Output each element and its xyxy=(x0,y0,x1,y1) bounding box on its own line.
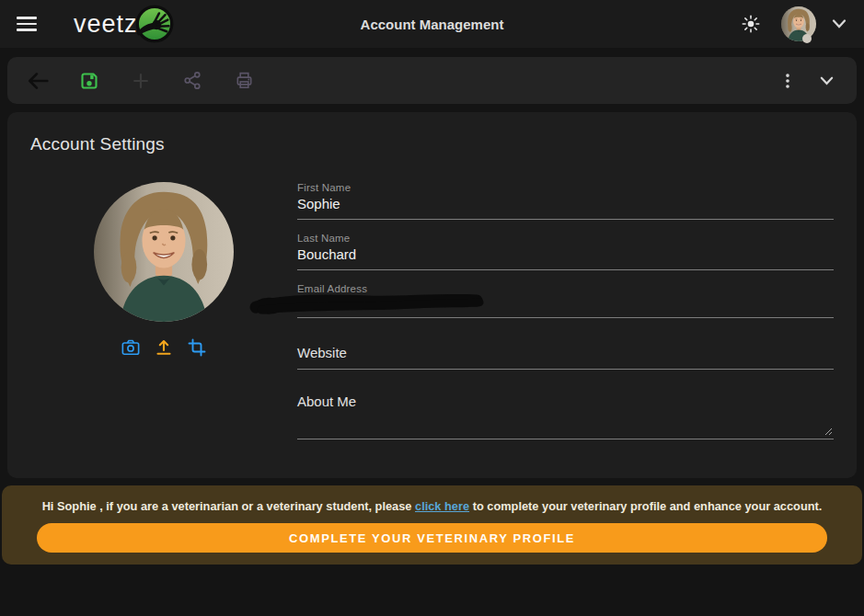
email-label: Email Address xyxy=(297,283,834,294)
profile-photo[interactable] xyxy=(94,182,234,322)
first-name-input[interactable]: Sophie xyxy=(297,196,834,219)
about-me-label[interactable]: About Me xyxy=(297,394,834,409)
textarea-resize-handle[interactable] xyxy=(824,427,833,436)
plus-icon[interactable] xyxy=(129,69,153,93)
last-name-field: Last Name Bouchard xyxy=(297,233,834,270)
website-label[interactable]: Website xyxy=(297,345,834,360)
last-name-input[interactable]: Bouchard xyxy=(297,246,834,269)
card-heading: Account Settings xyxy=(30,134,834,154)
first-name-label: First Name xyxy=(297,182,834,193)
about-me-field: About Me xyxy=(297,394,834,439)
avatar-status-badge xyxy=(802,34,812,43)
user-avatar[interactable] xyxy=(781,6,816,41)
email-input[interactable] xyxy=(297,297,834,317)
share-icon[interactable] xyxy=(180,69,204,93)
banner-message: Hi Sophie , if you are a veterinarian or… xyxy=(18,499,846,513)
collapse-chevron-icon[interactable] xyxy=(814,69,838,93)
banner-text-after: to complete your veterinary profile and … xyxy=(473,499,823,513)
email-field: Email Address xyxy=(297,283,834,318)
website-field: Website xyxy=(297,345,834,370)
app-logo[interactable]: veetz xyxy=(74,4,175,44)
complete-profile-button[interactable]: COMPLETE YOUR VETERINARY PROFILE xyxy=(37,523,827,553)
crop-icon[interactable] xyxy=(188,338,206,357)
veterinary-banner: Hi Sophie , if you are a veterinarian or… xyxy=(2,485,862,565)
camera-icon[interactable] xyxy=(121,338,140,357)
chevron-down-icon[interactable] xyxy=(831,17,847,30)
banner-text-before: Hi Sophie , if you are a veterinarian or… xyxy=(42,499,412,513)
upload-icon[interactable] xyxy=(155,338,173,357)
hamburger-icon[interactable] xyxy=(17,17,39,30)
save-icon[interactable] xyxy=(77,69,101,93)
print-icon[interactable] xyxy=(232,69,256,93)
kebab-menu-icon[interactable] xyxy=(776,69,800,93)
click-here-link[interactable]: click here xyxy=(415,499,469,513)
logo-hand-icon xyxy=(134,4,175,44)
brightness-icon[interactable] xyxy=(741,14,761,34)
back-arrow-icon[interactable] xyxy=(26,69,50,93)
last-name-label: Last Name xyxy=(297,233,834,244)
account-settings-card: Account Settings xyxy=(7,112,857,478)
first-name-field: First Name Sophie xyxy=(297,182,834,220)
logo-text: veetz xyxy=(74,10,138,39)
action-toolbar xyxy=(7,57,857,104)
app-bar: veetz Account Management xyxy=(0,0,864,48)
